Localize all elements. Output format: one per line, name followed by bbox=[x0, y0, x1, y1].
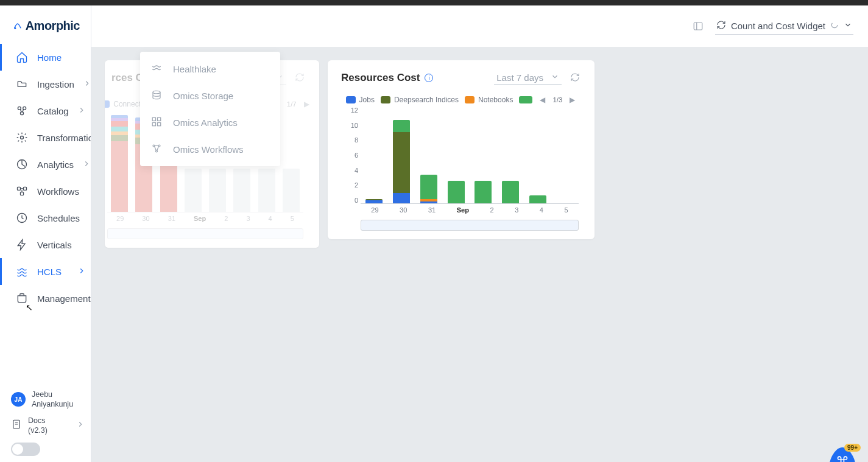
refresh-icon[interactable] bbox=[570, 72, 581, 83]
legend-item[interactable]: Deepsearch Indices bbox=[381, 96, 459, 104]
bar-segment bbox=[393, 193, 410, 203]
x-tick: 31 bbox=[428, 206, 436, 216]
svg-rect-19 bbox=[694, 23, 702, 30]
legend-swatch bbox=[381, 96, 390, 103]
layout-panel-icon[interactable] bbox=[692, 20, 704, 32]
workflows-icon bbox=[15, 184, 29, 198]
sidebar-item-label: Management bbox=[37, 293, 91, 304]
sidebar-item-workflows[interactable]: Workflows bbox=[0, 178, 91, 205]
svg-point-3 bbox=[21, 112, 24, 115]
avatar: JA bbox=[11, 392, 26, 407]
chevron-right-icon bbox=[83, 79, 91, 89]
legend-item[interactable]: Jobs bbox=[346, 96, 375, 104]
schedules-icon bbox=[15, 211, 29, 225]
x-tick: 5 bbox=[565, 206, 568, 216]
bar[interactable] bbox=[502, 181, 519, 203]
brand-mark-icon bbox=[13, 19, 22, 33]
docs-link[interactable]: Docs (v2.3) bbox=[11, 412, 85, 439]
resources-cost-chart[interactable]: 121086420 293031Sep2345 bbox=[341, 107, 581, 216]
notification-badge: 99+ bbox=[844, 444, 861, 452]
document-icon bbox=[11, 419, 22, 432]
x-tick: 29 bbox=[371, 206, 378, 216]
docs-label: Docs (v2.3) bbox=[28, 416, 48, 436]
svg-rect-12 bbox=[152, 117, 155, 121]
bar-segment bbox=[393, 120, 410, 132]
management-icon bbox=[15, 292, 29, 305]
bar[interactable] bbox=[529, 195, 546, 203]
x-tick: 3 bbox=[515, 206, 518, 216]
svg-rect-8 bbox=[21, 192, 24, 195]
browser-top-bar bbox=[0, 0, 868, 5]
svg-rect-7 bbox=[24, 187, 27, 190]
brand-name: Amorphic bbox=[26, 19, 80, 33]
refresh-icon bbox=[716, 20, 726, 32]
sidebar-item-schedules[interactable]: Schedules bbox=[0, 205, 91, 231]
y-tick: 0 bbox=[355, 197, 358, 204]
bar-segment bbox=[420, 175, 437, 199]
sidebar-bottom: JA Jeebu Aniyankunju Docs (v2.3) bbox=[0, 382, 91, 462]
y-tick: 12 bbox=[351, 107, 358, 114]
range-slider[interactable] bbox=[361, 220, 579, 231]
submenu-item-healthlake[interactable]: Healthlake bbox=[140, 55, 280, 82]
home-icon bbox=[15, 51, 29, 64]
bar-segment bbox=[502, 181, 519, 203]
bar[interactable] bbox=[475, 181, 492, 203]
sidebar-item-label: Ingestion bbox=[37, 79, 74, 89]
legend-next[interactable]: ▶ bbox=[568, 96, 576, 104]
theme-toggle[interactable] bbox=[11, 443, 40, 456]
legend-swatch bbox=[346, 96, 356, 103]
sidebar-item-ingestion[interactable]: Ingestion bbox=[0, 71, 91, 97]
sidebar-item-catalog[interactable]: Catalog bbox=[0, 97, 91, 124]
submenu-item-omics-analytics[interactable]: Omics Analytics bbox=[140, 109, 280, 136]
bar-segment bbox=[420, 201, 437, 203]
svg-point-0 bbox=[15, 27, 16, 29]
sidebar-item-hcls[interactable]: HCLS bbox=[0, 258, 91, 285]
command-icon: ⌘ bbox=[836, 454, 849, 462]
legend-item[interactable]: Notebooks bbox=[465, 96, 513, 104]
sidebar-item-label: Home bbox=[37, 52, 62, 63]
sidebar-item-label: HCLS bbox=[37, 267, 62, 277]
verticals-icon bbox=[15, 238, 29, 251]
resources-cost-card: Resources Cost i Last 7 days JobsDeepsea… bbox=[328, 60, 595, 239]
sidebar-item-analytics[interactable]: Analytics bbox=[0, 151, 91, 178]
sidebar-item-verticals[interactable]: Verticals bbox=[0, 231, 91, 258]
svg-point-17 bbox=[158, 145, 160, 147]
submenu-icon bbox=[151, 116, 163, 128]
bar[interactable] bbox=[420, 175, 437, 203]
y-tick: 8 bbox=[355, 136, 358, 144]
y-tick: 10 bbox=[351, 122, 358, 129]
submenu-icon bbox=[151, 63, 163, 75]
sidebar-item-transformations[interactable]: Transformations bbox=[0, 124, 91, 151]
brand-logo[interactable]: Amorphic bbox=[0, 5, 91, 44]
chevron-down-icon bbox=[551, 72, 559, 83]
chevron-right-icon bbox=[77, 106, 86, 116]
legend-prev[interactable]: ◀ bbox=[538, 96, 546, 104]
submenu-item-omics-workflows[interactable]: Omics Workflows bbox=[140, 136, 280, 163]
svg-point-20 bbox=[831, 22, 837, 27]
bar[interactable] bbox=[365, 199, 383, 203]
submenu-item-omics-storage[interactable]: Omics Storage bbox=[140, 82, 280, 109]
sidebar-item-home[interactable]: Home bbox=[0, 44, 91, 71]
topbar: Count and Cost Widget bbox=[91, 5, 868, 47]
user-row[interactable]: JA Jeebu Aniyankunju bbox=[11, 387, 85, 412]
sidebar-item-label: Transformations bbox=[37, 133, 91, 143]
range-selector[interactable]: Last 7 days bbox=[494, 71, 562, 85]
hcls-submenu: HealthlakeOmics StorageOmics AnalyticsOm… bbox=[140, 52, 280, 166]
svg-point-11 bbox=[153, 91, 160, 94]
svg-rect-15 bbox=[158, 123, 161, 126]
bar[interactable] bbox=[448, 181, 465, 203]
x-tick: 30 bbox=[400, 206, 407, 216]
bar-segment bbox=[448, 181, 465, 203]
bar[interactable] bbox=[393, 120, 410, 203]
user-name: Jeebu Aniyankunju bbox=[32, 390, 85, 410]
submenu-label: Omics Workflows bbox=[173, 144, 244, 155]
sidebar-item-label: Schedules bbox=[37, 213, 80, 223]
legend-pager: 1/3 bbox=[552, 96, 562, 103]
widget-selector[interactable]: Count and Cost Widget bbox=[715, 18, 853, 35]
catalog-icon bbox=[15, 104, 29, 117]
range-label: Last 7 days bbox=[496, 72, 543, 83]
y-tick: 4 bbox=[355, 167, 358, 174]
legend-swatch[interactable] bbox=[519, 96, 532, 103]
info-icon[interactable]: i bbox=[425, 74, 433, 82]
sidebar-item-management[interactable]: Management bbox=[0, 285, 91, 312]
